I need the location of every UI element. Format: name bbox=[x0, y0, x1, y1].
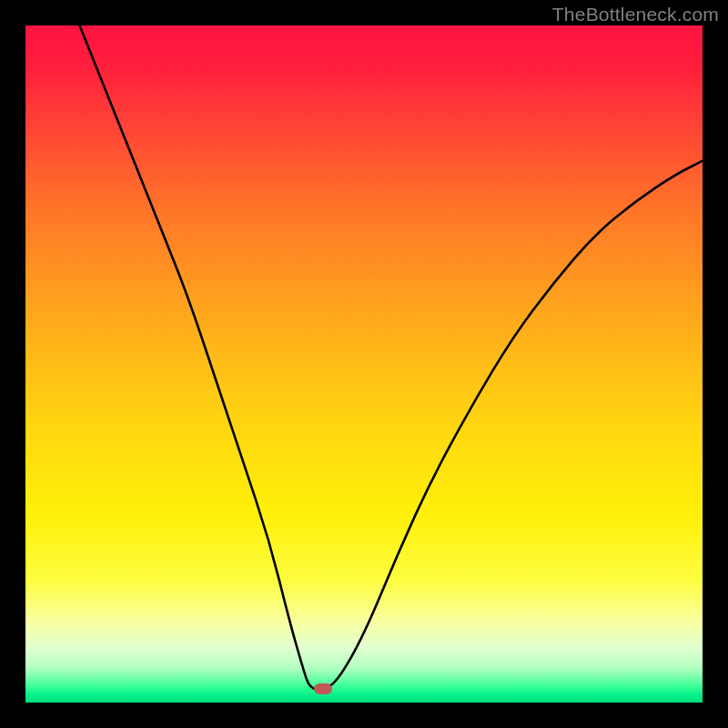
chart-frame: TheBottleneck.com bbox=[0, 0, 728, 728]
chart-plot-area bbox=[25, 25, 703, 703]
optimal-point-marker bbox=[314, 683, 332, 694]
bottleneck-curve bbox=[25, 25, 703, 703]
watermark-text: TheBottleneck.com bbox=[552, 4, 719, 25]
